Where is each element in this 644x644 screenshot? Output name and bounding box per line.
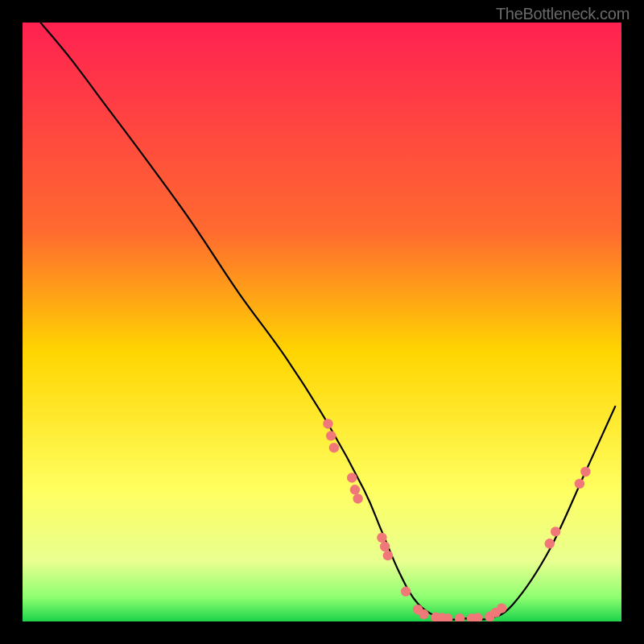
data-marker bbox=[551, 526, 560, 536]
data-marker bbox=[401, 587, 411, 597]
data-marker bbox=[347, 473, 357, 482]
chart-background-gradient bbox=[23, 23, 621, 621]
data-marker bbox=[497, 603, 506, 613]
data-marker bbox=[329, 443, 339, 452]
data-marker bbox=[419, 609, 428, 619]
chart-plot-area bbox=[23, 23, 621, 621]
data-marker bbox=[377, 533, 386, 543]
data-marker bbox=[545, 539, 555, 548]
data-marker bbox=[323, 419, 332, 428]
data-marker bbox=[383, 551, 393, 560]
chart-svg bbox=[23, 23, 621, 621]
data-marker bbox=[575, 479, 584, 489]
data-marker bbox=[380, 542, 390, 551]
data-marker bbox=[350, 485, 360, 494]
data-marker bbox=[580, 467, 590, 477]
data-marker bbox=[353, 493, 362, 503]
data-marker bbox=[326, 431, 336, 440]
watermark-text: TheBottleneck.com bbox=[496, 5, 630, 23]
